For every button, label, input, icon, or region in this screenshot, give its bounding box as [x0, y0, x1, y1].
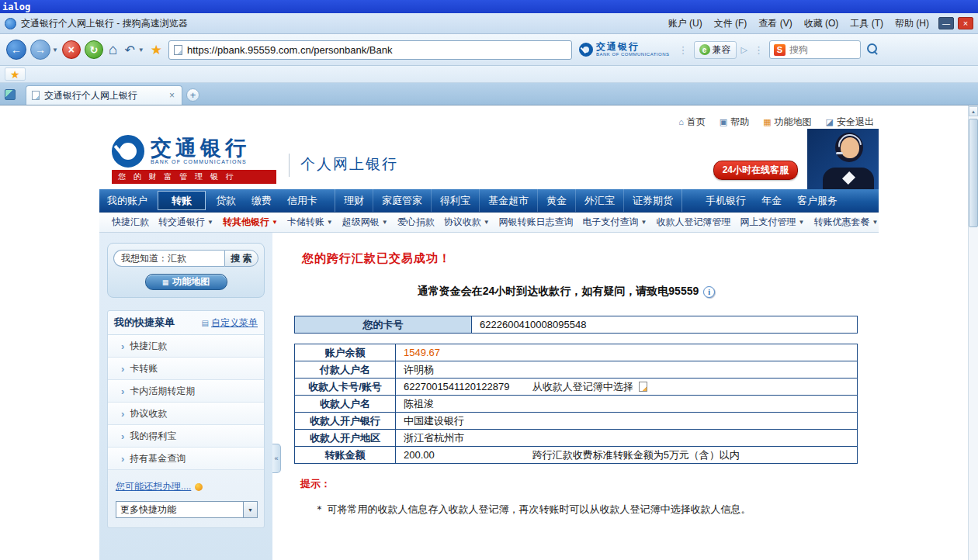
undo-button[interactable]: ↶ [123, 43, 136, 57]
nav-mobile-banking[interactable]: 手机银行 [698, 189, 754, 212]
subnav-agreement-collect[interactable]: 协议收款▼ [439, 216, 494, 229]
more-services-link[interactable]: 您可能还想办理.... [116, 480, 259, 493]
nav-customer-service[interactable]: 客户服务 [789, 189, 845, 212]
amount-value: 200.00 [404, 449, 529, 461]
subnav-epay-query[interactable]: 电子支付查询▼ [578, 216, 652, 229]
nav-loan[interactable]: 贷款 [208, 189, 244, 212]
home-button[interactable]: ⌂ [107, 41, 119, 58]
sidebar-item-current-to-fixed[interactable]: ›卡内活期转定期 [108, 380, 264, 403]
favorites-button[interactable]: ★ [148, 42, 165, 58]
search-button[interactable]: 搜 索 [224, 250, 258, 267]
subnav-payee-registry-mgmt[interactable]: 收款人登记簿管理 [652, 216, 736, 229]
new-tab-button[interactable]: + [186, 88, 199, 102]
nav-forex[interactable]: 外汇宝 [576, 189, 624, 212]
subnav-super-ebank[interactable]: 超级网银▼ [338, 216, 393, 229]
stop-button[interactable]: × [62, 40, 81, 59]
nav-delibao[interactable]: 得利宝 [432, 189, 480, 212]
compat-arrow-icon[interactable]: ▷ [740, 45, 748, 55]
toplink-sitemap[interactable]: ▦ 功能地图 [763, 116, 811, 129]
menu-help[interactable]: 帮助 (H) [890, 16, 935, 32]
window-title: ialog [2, 2, 30, 12]
sogou-search-input[interactable]: S 搜狗 [769, 40, 861, 59]
undo-dropdown-icon[interactable]: ▼ [138, 47, 144, 54]
registry-select-link[interactable]: 从收款人登记簿中选择 [532, 381, 633, 392]
table-row: 账户余额 1549.67 [295, 344, 858, 361]
nav-gold[interactable]: 黄金 [538, 189, 576, 212]
forward-button[interactable]: → [30, 40, 50, 60]
subnav-charity-donation[interactable]: 爱心捐款 [393, 216, 439, 229]
info-icon[interactable]: i [703, 286, 715, 298]
sidebar-item-agreement-collect[interactable]: ›协议收款 [108, 403, 264, 425]
toplink-home[interactable]: ⌂ 首页 [678, 116, 706, 129]
registry-icon[interactable] [639, 382, 647, 392]
subnav-to-bocom[interactable]: 转交通银行▼ [154, 216, 218, 229]
nav-family-manager[interactable]: 家庭管家 [373, 189, 432, 212]
menu-favorites[interactable]: 收藏 (O) [799, 16, 844, 32]
toplink-logout[interactable]: ◪ 安全退出 [826, 116, 874, 129]
subnav-quick-remit[interactable]: 快捷汇款 [107, 216, 154, 229]
menu-view[interactable]: 查看 (V) [753, 16, 797, 32]
menu-file[interactable]: 文件 (F) [709, 16, 753, 32]
dropdown-arrow-icon: ▼ [207, 219, 213, 226]
brand-name-en: BANK OF COMMUNICATIONS [596, 52, 670, 57]
nav-payment[interactable]: 缴费 [244, 189, 279, 212]
search-input[interactable]: 我想知道：汇款 [113, 250, 224, 267]
customize-menu-link[interactable]: ▤ 自定义菜单 [202, 316, 258, 330]
scrollbar-up-arrow[interactable]: ▲ [969, 106, 978, 116]
address-url[interactable]: https://pbank.95559.com.cn/personbank/Ba… [187, 44, 393, 56]
menu-tools[interactable]: 工具 (T) [844, 16, 889, 32]
sidebar-item-delibao[interactable]: ›我的得利宝 [108, 425, 264, 448]
subnav-transfer-package[interactable]: 转账优惠套餐▼ [809, 216, 883, 229]
page-scrollbar[interactable]: ▲ [968, 105, 978, 560]
favorites-bar: ★ [0, 66, 978, 83]
page-content: ⌂ 首页 ▣ 帮助 ▦ 功能地图 ◪ 安全退出 [99, 105, 879, 560]
nav-transfer[interactable]: 转账 [158, 191, 206, 210]
tab-close-icon[interactable]: × [168, 90, 176, 101]
nav-credit-card[interactable]: 信用卡 [279, 189, 325, 212]
browser-tab[interactable]: 交通银行个人网上银行 × [26, 85, 182, 105]
menu-account[interactable]: 账户 (U) [663, 16, 708, 32]
subnav-to-other-bank[interactable]: 转其他银行▼ [218, 216, 283, 229]
nav-annuity[interactable]: 年金 [754, 189, 789, 212]
sidebar-collapse-handle[interactable]: « [272, 444, 281, 473]
address-bar[interactable]: https://pbank.95559.com.cn/personbank/Ba… [168, 40, 572, 60]
bank-banner: 交通银行 BANK OF COMMUNICATIONS 您 的 财 富 管 理 … [99, 129, 879, 189]
browser-title: 交通银行个人网上银行 - 搜狗高速浏览器 [21, 17, 188, 30]
subnav-card-transfer[interactable]: 卡储转账▼ [283, 216, 338, 229]
nav-securities[interactable]: 证券期货 [624, 189, 681, 212]
sogou-logo-icon: S [774, 44, 786, 56]
bank-name: 交通银行 [151, 137, 250, 159]
sidebar-toggle-icon[interactable] [5, 89, 16, 100]
dropdown-arrow-icon: ▼ [641, 219, 647, 226]
nav-wealth[interactable]: 理财 [335, 189, 373, 212]
subnav-online-payment-mgmt[interactable]: 网上支付管理▼ [736, 216, 810, 229]
history-dropdown-icon[interactable]: ▼ [52, 47, 58, 54]
function-map-button[interactable]: ▦ 功能地图 [145, 274, 227, 290]
minimize-button[interactable]: — [938, 17, 954, 29]
dropdown-arrow-icon: ▼ [327, 219, 333, 226]
close-button[interactable]: × [958, 17, 973, 29]
compat-button[interactable]: e 兼容 [694, 41, 737, 59]
subnav-transfer-log-query[interactable]: 网银转账日志查询 [494, 216, 578, 229]
sogou-browser-icon [5, 18, 16, 29]
search-icon[interactable] [865, 42, 880, 57]
service-badge[interactable]: 24小时在线客服 [713, 161, 798, 180]
quick-menu-list: ›快捷汇款 ›卡转账 ›卡内活期转定期 ›协议收款 ›我的得利宝 ›持有基金查询 [108, 335, 264, 470]
back-button[interactable]: ← [6, 40, 26, 60]
nav-my-account[interactable]: 我的账户 [99, 189, 155, 212]
sidebar-item-card-transfer[interactable]: ›卡转账 [108, 358, 264, 380]
scrollbar-thumb[interactable] [969, 119, 978, 227]
toplink-help[interactable]: ▣ 帮助 [720, 116, 749, 129]
payee-bank-label: 收款人开户银行 [295, 413, 396, 430]
sidebar-item-quick-remit[interactable]: ›快捷汇款 [108, 335, 264, 358]
nav-fund-market[interactable]: 基金超市 [480, 189, 538, 212]
sidebar-item-fund-holdings[interactable]: ›持有基金查询 [108, 448, 264, 470]
quick-dropdown-value[interactable]: 更多快捷功能 [116, 501, 244, 518]
sidebar: 我想知道：汇款 搜 索 ▦ 功能地图 我的快捷菜单 [99, 233, 272, 560]
payee-account-value: 6227001541120122879 [404, 381, 529, 392]
dropdown-button[interactable]: ▼ [244, 501, 258, 518]
payee-bank-value: 中国建设银行 [404, 414, 529, 428]
refresh-button[interactable]: ↻ [85, 40, 103, 59]
favorites-star-icon[interactable]: ★ [5, 67, 26, 81]
customer-service-agent-image [807, 129, 879, 189]
